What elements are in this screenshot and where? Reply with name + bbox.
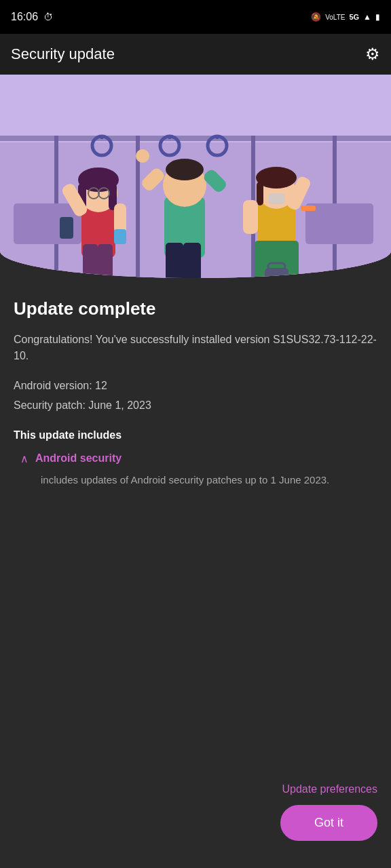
settings-icon[interactable]: ⚙ [365, 45, 380, 64]
battery-icon: ▮ [375, 12, 380, 22]
android-version: Android version: 12 [14, 376, 377, 396]
svg-rect-28 [114, 229, 126, 244]
android-security-title: Android security [35, 452, 122, 465]
svg-point-33 [166, 159, 204, 180]
5g-icon: 5G [349, 13, 359, 21]
bell-muted-icon: 🔕 [311, 12, 321, 22]
congrats-text: Congratulations! You've successfully ins… [14, 332, 377, 364]
update-preferences-link[interactable]: Update preferences [14, 783, 377, 795]
bottom-area: Update preferences Got it [0, 772, 391, 868]
svg-rect-30 [166, 243, 183, 278]
status-right: 🔕 VoLTE 5G ▲ ▮ [311, 12, 380, 22]
update-complete-title: Update complete [14, 298, 377, 319]
chevron-up-icon: ∧ [20, 452, 29, 465]
status-time: 16:06 [11, 11, 38, 23]
got-it-button[interactable]: Got it [280, 805, 377, 841]
svg-rect-44 [301, 205, 316, 211]
app-bar: Security update ⚙ [0, 34, 391, 75]
volte-icon: VoLTE [325, 14, 345, 21]
svg-rect-2 [0, 136, 391, 141]
version-info: Android version: 12 Security patch: June… [14, 376, 377, 416]
this-update-label: This update includes [14, 429, 377, 441]
svg-rect-42 [269, 193, 285, 204]
svg-rect-26 [60, 217, 73, 239]
svg-point-36 [136, 149, 149, 163]
svg-rect-41 [257, 182, 263, 205]
sync-icon: ⏱ [43, 12, 53, 22]
signal-icon: ▲ [363, 12, 371, 22]
page-title: Security update [11, 45, 115, 63]
main-content: Update complete Congratulations! You've … [0, 278, 391, 624]
status-left: 16:06 ⏱ [11, 11, 53, 23]
update-section: ∧ Android security includes updates of A… [14, 452, 377, 488]
svg-rect-14 [305, 203, 373, 244]
status-bar: 16:06 ⏱ 🔕 VoLTE 5G ▲ ▮ [0, 0, 391, 34]
android-security-desc: includes updates of Android security pat… [20, 472, 377, 488]
android-security-header[interactable]: ∧ Android security [20, 452, 377, 465]
security-patch: Security patch: June 1, 2023 [14, 396, 377, 416]
svg-rect-16 [83, 244, 98, 278]
svg-rect-31 [183, 243, 201, 278]
svg-rect-17 [98, 244, 113, 278]
svg-rect-45 [243, 200, 258, 234]
illustration-area [0, 75, 391, 278]
